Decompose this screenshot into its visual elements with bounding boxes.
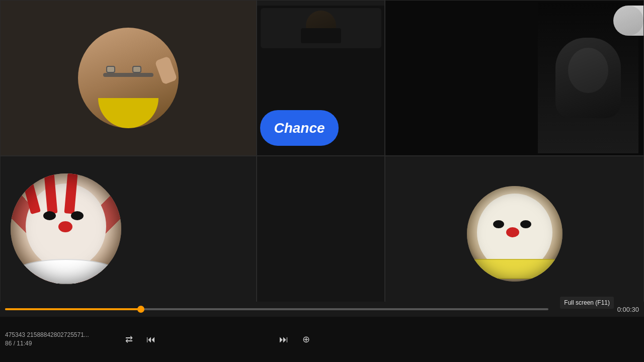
clown-avatar-left xyxy=(11,173,121,284)
progress-track[interactable] xyxy=(5,308,548,310)
controls-bar: 475343 21588842802725571... 86 / 11:49 ⇄… xyxy=(0,317,644,362)
next-button[interactable]: ⏭ xyxy=(275,330,293,348)
participant-face xyxy=(78,28,179,128)
participant-top-right xyxy=(385,0,644,156)
video-grid xyxy=(0,0,644,317)
progress-thumb[interactable] xyxy=(137,306,144,313)
participant-bottom-left xyxy=(0,156,257,312)
participant-bottom-right xyxy=(385,156,644,312)
dark-person-body xyxy=(555,38,621,118)
clown-avatar-right xyxy=(467,186,562,282)
video-info: 475343 21588842802725571... 86 / 11:49 xyxy=(5,331,116,348)
clown-shadow-right xyxy=(467,186,562,282)
shirt xyxy=(98,98,158,128)
fullscreen-tooltip-text: Full screen (F11) xyxy=(564,299,610,306)
progress-bar-area[interactable]: 0:00:30 xyxy=(0,302,644,317)
partial-face-shade xyxy=(613,6,643,36)
time-display: 0:00:30 xyxy=(617,306,639,313)
participant-bottom-middle xyxy=(257,156,385,312)
glasses-right xyxy=(132,66,141,73)
shuffle-button[interactable]: ⇄ xyxy=(120,330,138,348)
participant-top-left xyxy=(0,0,257,156)
clown-shadow-left xyxy=(11,173,121,284)
fullscreen-tooltip: Full screen (F11) xyxy=(560,297,614,309)
glasses-left xyxy=(106,66,115,73)
mix-button[interactable]: ⊕ xyxy=(297,330,315,348)
progress-fill xyxy=(5,308,141,310)
chance-button[interactable]: Chance xyxy=(260,110,339,146)
beard-person-face xyxy=(261,8,381,48)
hand xyxy=(154,56,177,84)
prev-button[interactable]: ⏮ xyxy=(142,330,160,348)
glasses xyxy=(103,73,153,77)
video-id-text: 475343 21588842802725571... xyxy=(5,331,116,339)
dark-person-group xyxy=(555,38,621,118)
video-timestamp: 86 / 11:49 xyxy=(5,339,116,348)
dark-person-head xyxy=(568,48,608,93)
partial-face-corner xyxy=(613,6,643,36)
beard xyxy=(301,28,341,43)
chance-label: Chance xyxy=(274,120,325,136)
